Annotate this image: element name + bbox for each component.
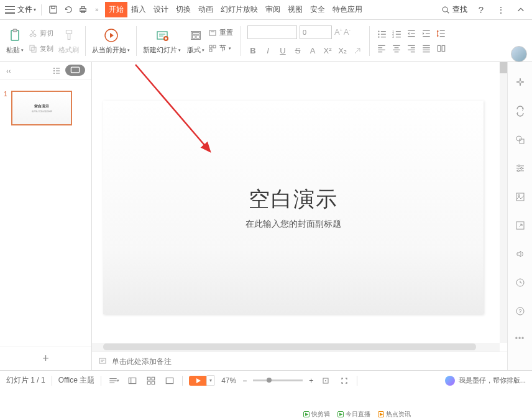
italic-button[interactable]: I [262, 45, 273, 57]
slideshow-menu-button[interactable]: ▾ [206, 375, 215, 386]
zoom-slider-knob[interactable] [267, 378, 272, 383]
copy-button[interactable]: 复制 [27, 43, 55, 55]
format-brush-group[interactable]: 格式刷 [58, 27, 79, 55]
tab-special[interactable]: 特色应用 [329, 2, 366, 17]
thumbnail-list: 1 空白演示 在此输入您的封面副标题 [0, 80, 91, 347]
play-from-current-button[interactable]: 从当前开始▾ [92, 27, 130, 55]
columns-button[interactable] [436, 43, 447, 54]
tab-design[interactable]: 设计 [150, 2, 172, 17]
slide-canvas[interactable]: 空白演示 在此输入您的封面副标题 [103, 101, 484, 314]
thumbnail-item[interactable]: 1 空白演示 在此输入您的封面副标题 [4, 91, 88, 125]
fit-button[interactable] [319, 375, 332, 387]
indent-decrease-button[interactable] [406, 28, 417, 39]
paste-icon[interactable] [6, 27, 24, 44]
tab-animation[interactable]: 动画 [195, 2, 217, 17]
more-menu-icon[interactable]: ⋮ [495, 4, 507, 16]
file-menu[interactable]: 文件 ▾ [17, 4, 36, 15]
zoom-out-button[interactable]: − [242, 376, 247, 385]
zoom-level[interactable]: 47% [221, 376, 236, 385]
clear-format-button[interactable] [352, 45, 363, 57]
taskbar-item[interactable]: ▶热点资讯 [378, 410, 411, 418]
horizontal-scrollbar-thumb[interactable] [103, 343, 476, 350]
font-increase-button[interactable]: A+ [334, 27, 342, 37]
zoom-slider[interactable] [253, 379, 303, 381]
save-icon[interactable] [47, 4, 59, 16]
zoom-in-button[interactable]: + [309, 376, 313, 385]
settings-icon[interactable] [515, 163, 526, 174]
taskbar-item[interactable]: ▶快剪辑 [303, 410, 330, 418]
align-center-button[interactable] [391, 43, 402, 54]
svg-point-10 [34, 34, 36, 37]
font-name-input[interactable] [247, 25, 297, 39]
font-decrease-button[interactable]: A- [344, 27, 351, 37]
align-justify-button[interactable] [421, 43, 432, 54]
svg-line-11 [32, 30, 35, 34]
normal-view-button[interactable] [126, 375, 139, 387]
tab-security[interactable]: 安全 [306, 2, 329, 17]
line-spacing-button[interactable] [436, 28, 447, 39]
slide-subtitle[interactable]: 在此输入您的封面副标题 [245, 219, 341, 230]
overflow-icon[interactable]: » [95, 6, 99, 13]
slideshow-button[interactable] [189, 376, 208, 386]
tab-view[interactable]: 视图 [284, 2, 306, 17]
section-button[interactable]: 节▾ [207, 42, 234, 54]
tab-slideshow[interactable]: 幻灯片放映 [217, 2, 262, 17]
bullets-button[interactable] [376, 28, 387, 39]
subscript-button[interactable]: X₂ [337, 45, 348, 57]
search-button[interactable]: 查找 [441, 4, 467, 15]
assistant-avatar[interactable] [445, 376, 455, 386]
outline-view-button[interactable] [50, 65, 63, 77]
superscript-button[interactable]: X² [322, 45, 333, 57]
thumbnail-view-button[interactable] [65, 65, 85, 76]
panel-collapse-icon[interactable]: ‹‹ [6, 67, 11, 75]
sync-icon[interactable] [515, 106, 526, 117]
font-color-button[interactable]: A [307, 45, 318, 57]
tab-transition[interactable]: 切换 [172, 2, 195, 17]
history-icon[interactable] [515, 277, 526, 288]
add-slide-button[interactable]: + [0, 347, 91, 370]
user-avatar[interactable] [511, 46, 527, 62]
reading-view-button[interactable] [163, 375, 176, 387]
sparkle-icon[interactable] [515, 77, 526, 88]
notes-input[interactable] [112, 357, 501, 366]
slide-title[interactable]: 空白演示 [249, 185, 338, 214]
layout-button[interactable]: 版式▾ [187, 27, 204, 55]
canvas-viewport[interactable]: 空白演示 在此输入您的封面副标题 [92, 62, 507, 343]
align-left-button[interactable] [376, 43, 387, 54]
object-icon[interactable] [515, 134, 526, 145]
template-icon[interactable] [515, 191, 526, 202]
notes-toggle-button[interactable]: ▾ [108, 375, 120, 387]
fullscreen-button[interactable] [338, 375, 351, 387]
tab-review[interactable]: 审阅 [262, 2, 284, 17]
tab-insert[interactable]: 插入 [127, 2, 150, 17]
sorter-view-button[interactable] [145, 375, 157, 387]
cut-button[interactable]: 剪切 [27, 27, 55, 39]
tab-start[interactable]: 开始 [105, 2, 127, 17]
share-icon[interactable] [515, 220, 526, 231]
numbering-button[interactable]: 123 [391, 28, 402, 39]
audio-icon[interactable] [515, 248, 526, 260]
align-right-button[interactable] [406, 43, 417, 54]
hamburger-icon[interactable] [5, 6, 15, 14]
undo-icon[interactable] [62, 4, 74, 16]
theme-label[interactable]: Office 主题 [58, 375, 94, 386]
vertical-scrollbar-thumb[interactable] [500, 62, 507, 73]
horizontal-scrollbar[interactable] [92, 343, 500, 352]
help-icon[interactable]: ? [475, 4, 487, 16]
font-size-input[interactable] [300, 25, 332, 39]
vertical-scrollbar[interactable] [500, 62, 507, 343]
new-slide-button[interactable]: 新建幻灯片▾ [143, 27, 181, 55]
reset-button[interactable]: 重置 [207, 27, 234, 39]
underline-button[interactable]: U [277, 45, 288, 57]
taskbar-item[interactable]: ▶今日直播 [337, 410, 370, 418]
print-icon[interactable] [76, 4, 89, 16]
assistant-text[interactable]: 我是墨仔，帮你排版... [459, 376, 526, 385]
help-icon[interactable]: ? [515, 306, 526, 317]
more-icon[interactable]: ••• [515, 334, 526, 343]
thumbnail-preview[interactable]: 空白演示 在此输入您的封面副标题 [11, 91, 72, 125]
indent-increase-button[interactable] [421, 28, 432, 39]
paste-button[interactable]: 粘贴▾ [6, 45, 24, 55]
strikethrough-button[interactable]: S [292, 45, 303, 57]
collapse-ribbon-icon[interactable] [515, 4, 527, 16]
bold-button[interactable]: B [247, 45, 259, 57]
